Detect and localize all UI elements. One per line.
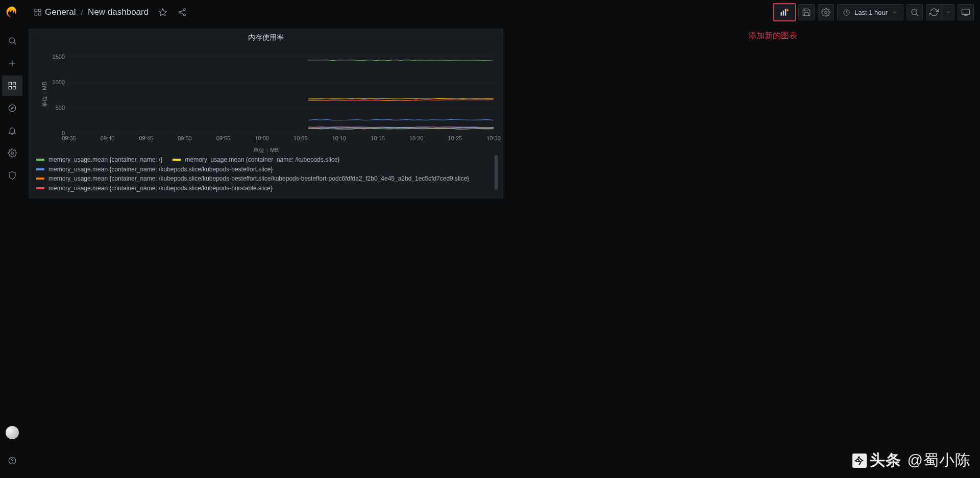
nav-server-admin[interactable] bbox=[2, 165, 22, 186]
x-tick: 10:20 bbox=[409, 135, 424, 141]
watermark: 今 头条 @蜀小陈 bbox=[852, 450, 971, 471]
breadcrumb-folder[interactable]: General bbox=[45, 7, 76, 17]
nav-explore[interactable] bbox=[2, 98, 22, 118]
time-range-picker[interactable]: Last 1 hour bbox=[837, 4, 903, 20]
svg-rect-5 bbox=[13, 82, 16, 85]
x-tick: 09:55 bbox=[216, 135, 231, 141]
y-tick: 1000 bbox=[53, 79, 65, 85]
svg-line-1 bbox=[14, 42, 15, 44]
x-tick: 10:30 bbox=[486, 135, 501, 141]
x-tick: 09:40 bbox=[101, 135, 115, 141]
dashboard-canvas: 内存使用率 单位：MB 050010001500 09:3509:4009:45… bbox=[29, 29, 976, 478]
svg-rect-7 bbox=[13, 87, 16, 89]
legend-swatch bbox=[36, 168, 44, 170]
x-tick: 10:25 bbox=[448, 135, 462, 141]
svg-rect-15 bbox=[35, 13, 37, 15]
svg-line-21 bbox=[181, 10, 184, 12]
svg-rect-24 bbox=[783, 11, 785, 16]
svg-rect-14 bbox=[38, 9, 41, 12]
legend-label: memory_usage.mean {container_name: /} bbox=[48, 155, 162, 165]
x-axis-label: 单位：MB bbox=[29, 145, 503, 154]
x-tick: 10:15 bbox=[371, 135, 385, 141]
legend-item[interactable]: memory_usage.mean {container_name: /kube… bbox=[173, 155, 339, 165]
legend-item[interactable]: memory_usage.mean {container_name: /kube… bbox=[36, 165, 498, 174]
svg-point-8 bbox=[9, 105, 16, 112]
y-tick: 1500 bbox=[53, 54, 65, 60]
x-tick: 09:45 bbox=[139, 135, 154, 141]
chart-series-line bbox=[308, 60, 494, 60]
topbar: General / New dashboard Last 1 hour bbox=[24, 0, 980, 24]
sidebar bbox=[0, 0, 24, 478]
svg-rect-16 bbox=[38, 13, 41, 15]
watermark-logo-icon: 今 bbox=[852, 454, 867, 468]
breadcrumb-title[interactable]: New dashboard bbox=[88, 7, 149, 17]
cycle-view-mode-button[interactable] bbox=[958, 4, 974, 20]
x-tick: 10:10 bbox=[332, 135, 347, 141]
refresh-button[interactable] bbox=[926, 4, 942, 20]
watermark-brand: 头条 bbox=[870, 450, 901, 471]
chart-legend[interactable]: memory_usage.mean {container_name: /}mem… bbox=[36, 155, 498, 193]
legend-label: memory_usage.mean {container_name: /kube… bbox=[48, 165, 273, 174]
x-tick: 10:00 bbox=[255, 135, 269, 141]
star-dashboard-button[interactable] bbox=[155, 4, 171, 20]
legend-swatch bbox=[36, 187, 44, 189]
y-axis-label: 单位：MB bbox=[41, 82, 48, 107]
svg-rect-6 bbox=[9, 87, 11, 89]
legend-swatch bbox=[36, 178, 44, 180]
nav-create[interactable] bbox=[2, 53, 22, 73]
svg-rect-25 bbox=[785, 9, 787, 15]
legend-label: memory_usage.mean {container_name: /kube… bbox=[185, 155, 339, 165]
panel-body: 单位：MB 050010001500 09:3509:4009:4509:500… bbox=[29, 43, 503, 145]
svg-point-10 bbox=[11, 152, 14, 155]
chart-series-line bbox=[308, 99, 494, 100]
chart-series-line bbox=[308, 119, 494, 120]
legend-label: memory_usage.mean {container_name: /kube… bbox=[48, 184, 273, 193]
svg-point-0 bbox=[9, 38, 15, 43]
legend-item[interactable]: memory_usage.mean {container_name: /} bbox=[36, 155, 162, 165]
legend-swatch bbox=[173, 159, 181, 161]
watermark-handle: @蜀小陈 bbox=[908, 450, 971, 471]
chart-plot[interactable] bbox=[69, 46, 494, 133]
svg-rect-13 bbox=[35, 9, 37, 12]
legend-item[interactable]: memory_usage.mean {container_name: /kube… bbox=[36, 184, 498, 193]
panel-memory-usage[interactable]: 内存使用率 单位：MB 050010001500 09:3509:4009:45… bbox=[29, 29, 503, 198]
svg-line-31 bbox=[916, 14, 918, 15]
svg-marker-17 bbox=[159, 9, 167, 16]
svg-point-28 bbox=[825, 11, 827, 14]
nav-alerting[interactable] bbox=[2, 120, 22, 141]
svg-marker-9 bbox=[11, 107, 14, 110]
user-avatar[interactable] bbox=[6, 426, 19, 439]
svg-rect-33 bbox=[962, 9, 970, 15]
nav-dashboards[interactable] bbox=[2, 76, 22, 96]
svg-rect-4 bbox=[9, 82, 11, 85]
breadcrumb[interactable]: General / New dashboard bbox=[31, 5, 152, 19]
time-range-label: Last 1 hour bbox=[854, 9, 888, 16]
x-tick: 10:05 bbox=[293, 135, 308, 141]
y-tick: 500 bbox=[56, 105, 65, 111]
breadcrumb-sep: / bbox=[81, 9, 83, 16]
legend-item[interactable]: memory_usage.mean {container_name: /kube… bbox=[36, 174, 498, 184]
panel-title[interactable]: 内存使用率 bbox=[29, 29, 503, 43]
x-tick: 09:50 bbox=[178, 135, 192, 141]
x-tick: 09:35 bbox=[62, 135, 76, 141]
nav-configuration[interactable] bbox=[2, 143, 22, 163]
save-dashboard-button[interactable] bbox=[798, 4, 815, 20]
share-dashboard-button[interactable] bbox=[174, 4, 190, 20]
svg-line-22 bbox=[181, 13, 184, 14]
legend-swatch bbox=[36, 159, 44, 161]
nav-search[interactable] bbox=[2, 31, 22, 51]
grafana-logo[interactable] bbox=[4, 4, 20, 20]
svg-rect-23 bbox=[780, 12, 782, 16]
add-panel-button[interactable] bbox=[774, 4, 795, 20]
refresh-interval-picker[interactable] bbox=[942, 4, 954, 20]
legend-label: memory_usage.mean {container_name: /kube… bbox=[48, 174, 469, 184]
nav-help[interactable] bbox=[2, 450, 22, 471]
dashboard-settings-button[interactable] bbox=[818, 4, 834, 20]
zoom-out-button[interactable] bbox=[906, 4, 923, 20]
legend-scrollbar-thumb[interactable] bbox=[495, 155, 498, 190]
